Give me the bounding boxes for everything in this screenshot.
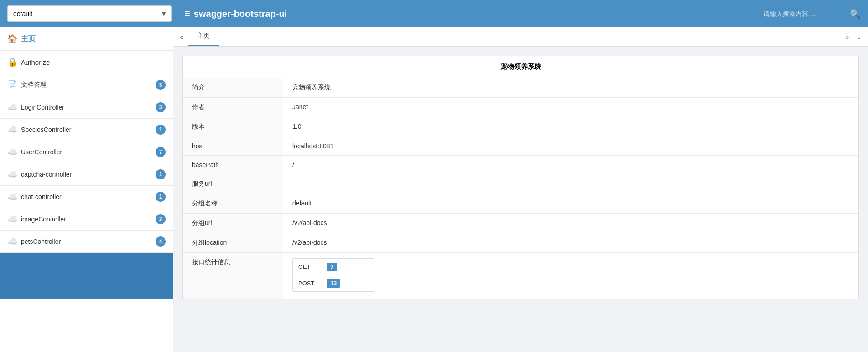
cloud-icon: ☁️	[7, 192, 17, 202]
sidebar-item-5[interactable]: ☁️chat-controller1	[0, 186, 173, 208]
sidebar-item-badge-2: 1	[156, 125, 166, 135]
sidebar-item-badge-0: 3	[156, 80, 166, 90]
info-value-9: GET7POST12	[283, 253, 858, 299]
info-label-2: 版本	[183, 117, 283, 137]
info-value-0: 宠物领养系统	[283, 78, 858, 97]
sidebar-item-badge-7: 4	[156, 236, 166, 247]
sidebar-item-name-1: LoginController	[21, 104, 64, 111]
sidebar-item-name-5: chat-controller	[21, 193, 62, 200]
tabs-prev-btn[interactable]: «	[177, 32, 186, 42]
info-label-9: 接口统计信息	[183, 253, 283, 299]
info-row-2: 版本1.0	[183, 117, 858, 137]
sidebar-item-name-3: UserController	[21, 148, 62, 156]
info-row-1: 作者Janet	[183, 98, 858, 117]
sidebar-item-name-4: captcha-controller	[21, 171, 72, 178]
stats-row-1: POST12	[293, 275, 374, 291]
info-value-4: /	[283, 156, 858, 174]
cloud-icon: ☁️	[7, 147, 17, 157]
info-label-1: 作者	[183, 98, 283, 117]
info-row-5: 服务url	[183, 174, 858, 194]
sidebar-item-badge-3: 7	[156, 147, 166, 157]
info-label-7: 分组url	[183, 214, 283, 233]
stats-count-1: 12	[327, 279, 340, 288]
info-label-5: 服务url	[183, 174, 283, 194]
stats-method-0: GET	[298, 263, 321, 270]
sidebar-home[interactable]: 🏠 主页	[0, 27, 173, 51]
info-label-3: host	[183, 137, 283, 155]
sidebar-item-badge-6: 2	[156, 214, 166, 224]
info-row-4: basePath/	[183, 156, 858, 174]
select-wrapper: default ▼	[7, 5, 172, 22]
cloud-icon: ☁️	[7, 214, 17, 224]
sidebar-item-name-6: imageController	[21, 215, 66, 223]
info-row-9: 接口统计信息GET7POST12	[183, 253, 858, 299]
sidebar-item-name-2: SpeciesController	[21, 126, 72, 133]
sidebar-item-name-7: petsController	[21, 238, 61, 245]
stats-row-0: GET7	[293, 259, 374, 275]
tabs-next-btn[interactable]: »	[842, 32, 852, 42]
info-label-8: 分组location	[183, 233, 283, 252]
home-icon: 🏠	[7, 34, 17, 44]
sidebar: 🏠 主页 🔒 Authorize 📄文档管理3☁️LoginController…	[0, 27, 173, 352]
main-content: « 主页 » ⌄ 宠物领养系统 简介宠物领养系统作者Janet版本1.0host…	[173, 27, 868, 352]
logo-icon: ≡	[184, 8, 190, 20]
layout: 🏠 主页 🔒 Authorize 📄文档管理3☁️LoginController…	[0, 27, 868, 352]
info-title: 宠物领养系统	[183, 56, 858, 78]
info-row-7: 分组url/v2/api-docs	[183, 214, 858, 233]
stats-count-0: 7	[327, 263, 337, 271]
info-label-0: 简介	[183, 78, 283, 97]
sidebar-bottom	[0, 253, 173, 299]
info-section: 宠物领养系统 简介宠物领养系统作者Janet版本1.0hostlocalhost…	[182, 56, 859, 299]
info-label-6: 分组名称	[183, 194, 283, 213]
sidebar-item-badge-1: 3	[156, 102, 166, 112]
group-select[interactable]: default	[7, 5, 172, 22]
info-row-3: hostlocalhost:8081	[183, 137, 858, 156]
cloud-icon: ☁️	[7, 169, 17, 179]
sidebar-item-0[interactable]: 📄文档管理3	[0, 74, 173, 96]
cloud-icon: ☁️	[7, 125, 17, 135]
info-label-4: basePath	[183, 156, 283, 174]
sidebar-item-3[interactable]: ☁️UserController7	[0, 141, 173, 163]
sidebar-item-7[interactable]: ☁️petsController4	[0, 231, 173, 253]
cloud-icon: ☁️	[7, 102, 17, 112]
info-row-8: 分组location/v2/api-docs	[183, 233, 858, 253]
sidebar-item-badge-4: 1	[156, 169, 166, 179]
tabs-container: 主页	[186, 27, 221, 46]
tabs-collapse-btn[interactable]: ⌄	[853, 32, 864, 42]
stats-table: GET7POST12	[292, 258, 374, 292]
info-row-0: 简介宠物领养系统	[183, 78, 858, 98]
info-value-5	[283, 174, 858, 194]
cloud-icon: ☁️	[7, 236, 17, 247]
search-input[interactable]	[764, 10, 846, 17]
sidebar-item-1[interactable]: ☁️LoginController3	[0, 96, 173, 119]
sidebar-authorize[interactable]: 🔒 Authorize	[0, 51, 173, 74]
info-row-6: 分组名称default	[183, 194, 858, 214]
sidebar-item-2[interactable]: ☁️SpeciesController1	[0, 119, 173, 141]
info-rows-container: 简介宠物领养系统作者Janet版本1.0hostlocalhost:8081ba…	[183, 78, 858, 299]
doc-icon: 📄	[7, 80, 17, 90]
logo-title: swagger-bootstrap-ui	[194, 9, 287, 19]
stats-method-1: POST	[298, 280, 321, 287]
sidebar-item-name-0: 文档管理	[21, 81, 47, 89]
sidebar-items-container: 📄文档管理3☁️LoginController3☁️SpeciesControl…	[0, 74, 173, 253]
sidebar-item-badge-5: 1	[156, 192, 166, 202]
tab-home[interactable]: 主页	[188, 27, 219, 46]
logo: ≡ swagger-bootstrap-ui	[177, 8, 758, 20]
authorize-label: Authorize	[21, 58, 50, 66]
search-wrapper: 🔍	[764, 8, 861, 19]
info-value-8: /v2/api-docs	[283, 233, 858, 252]
lock-icon: 🔒	[7, 57, 17, 67]
sidebar-item-4[interactable]: ☁️captcha-controller1	[0, 163, 173, 186]
info-value-3: localhost:8081	[283, 137, 858, 155]
tab-actions: » ⌄	[842, 32, 864, 42]
info-value-2: 1.0	[283, 117, 858, 137]
sidebar-item-6[interactable]: ☁️imageController2	[0, 208, 173, 231]
info-value-1: Janet	[283, 98, 858, 117]
sidebar-home-label: 主页	[21, 34, 36, 44]
header: default ▼ ≡ swagger-bootstrap-ui 🔍	[0, 0, 868, 27]
info-value-6: default	[283, 194, 858, 213]
search-icon[interactable]: 🔍	[849, 8, 861, 19]
info-value-7: /v2/api-docs	[283, 214, 858, 233]
tabs-bar: « 主页 » ⌄	[173, 27, 868, 47]
